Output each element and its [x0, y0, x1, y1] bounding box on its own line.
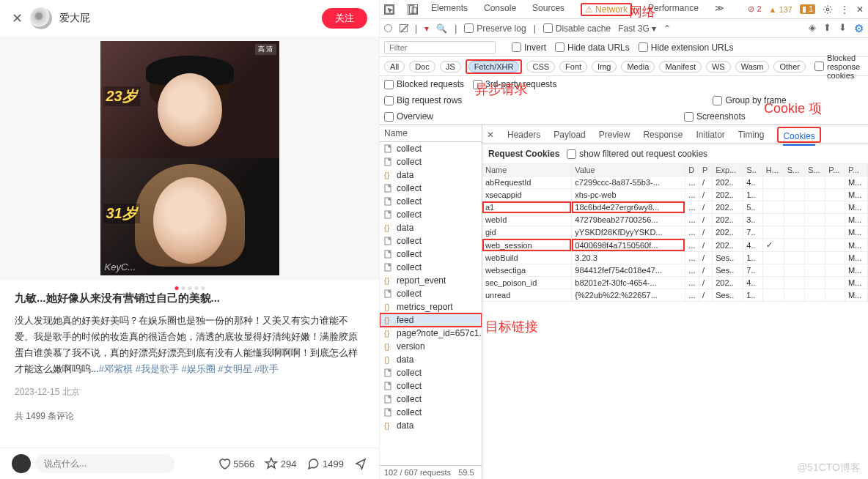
clear-icon[interactable]: [400, 24, 408, 32]
follow-button[interactable]: 关注: [322, 8, 367, 29]
tab-cookies[interactable]: Cookies: [783, 131, 814, 146]
request-row[interactable]: collect: [380, 406, 482, 419]
request-row[interactable]: {}page?note_id=657c1...: [380, 327, 482, 340]
screenshots-checkbox[interactable]: Screenshots: [684, 111, 746, 122]
chip-img[interactable]: Img: [592, 61, 617, 73]
preserve-log-checkbox[interactable]: Preserve log: [464, 23, 526, 34]
tab-elements[interactable]: Elements: [431, 3, 468, 16]
error-badge[interactable]: ⊘ 2: [748, 4, 761, 14]
chip-all[interactable]: All: [384, 61, 405, 73]
cookie-row[interactable]: webBuild3.20.3.../Ses..1..M...: [482, 252, 868, 264]
close-icon[interactable]: ✕: [12, 10, 23, 26]
chip-doc[interactable]: Doc: [409, 61, 435, 73]
tab-initiator[interactable]: Initiator: [696, 130, 724, 140]
request-row[interactable]: {}data: [380, 353, 482, 366]
tab-headers[interactable]: Headers: [507, 130, 540, 140]
tab-response[interactable]: Response: [643, 130, 683, 140]
show-filtered-checkbox[interactable]: show filtered out request cookies: [567, 149, 707, 159]
cookie-row[interactable]: web_session0400698f4a7150560f....../202.…: [482, 239, 868, 252]
carousel-dots[interactable]: [174, 286, 205, 290]
request-row[interactable]: collect: [380, 182, 482, 195]
upload-icon[interactable]: ⬆: [823, 22, 831, 35]
disable-cache-checkbox[interactable]: Disable cache: [543, 23, 611, 34]
star-button[interactable]: 294: [265, 457, 296, 470]
info-badge[interactable]: ▮ 1: [800, 4, 815, 14]
image-carousel[interactable]: 23岁高 清 31岁KeyC...: [0, 37, 379, 280]
device-icon[interactable]: [408, 4, 418, 15]
gear-icon[interactable]: [823, 4, 833, 15]
cookies-table[interactable]: NameValueDPExp...S..H...S...S...P...P...…: [482, 164, 868, 479]
request-row[interactable]: collect: [380, 142, 482, 155]
cookie-row[interactable]: unread{%22ub%22:%22657....../Ses..1..M..…: [482, 289, 868, 302]
request-row[interactable]: collect: [380, 393, 482, 406]
request-row[interactable]: collect: [380, 379, 482, 393]
request-row[interactable]: {}version: [380, 340, 482, 353]
request-row[interactable]: collect: [380, 366, 482, 379]
request-row[interactable]: collect: [380, 248, 482, 261]
filter-icon[interactable]: ▾: [424, 23, 429, 34]
request-list[interactable]: collectcollect{}datacollectcollectcollec…: [380, 142, 482, 465]
request-row[interactable]: collect: [380, 208, 482, 221]
chip-font[interactable]: Font: [559, 61, 587, 73]
request-row[interactable]: collect: [380, 287, 482, 300]
tab-timing[interactable]: Timing: [738, 130, 765, 140]
request-row[interactable]: {}data: [380, 419, 482, 432]
cookie-row[interactable]: a118c6bd4e27ergr6wy8....../202..5..M...: [482, 201, 868, 214]
devtools-close-icon[interactable]: ✕: [856, 4, 864, 15]
big-rows-checkbox[interactable]: Big request rows: [384, 95, 462, 105]
settings-gear-icon[interactable]: ⚙: [854, 22, 864, 35]
inspect-icon[interactable]: [384, 4, 394, 15]
request-row[interactable]: collect: [380, 155, 482, 168]
cookie-row[interactable]: webId47279beab27700256....../202..3..M..…: [482, 214, 868, 226]
avatar[interactable]: [30, 7, 52, 29]
request-row[interactable]: {}feed: [380, 313, 482, 327]
detail-close-icon[interactable]: ✕: [487, 130, 494, 140]
record-icon[interactable]: [384, 24, 392, 32]
chip-js[interactable]: JS: [440, 61, 461, 73]
chip-media[interactable]: Media: [621, 61, 655, 73]
chip-other[interactable]: Other: [773, 61, 806, 73]
invert-checkbox[interactable]: Invert: [512, 42, 546, 53]
filter-input[interactable]: [384, 41, 496, 54]
tab-console[interactable]: Console: [484, 3, 516, 16]
search-icon[interactable]: 🔍: [436, 23, 447, 34]
cookie-row[interactable]: gidyYSKDf28KfDyyYSKD....../202..7..M...: [482, 226, 868, 239]
request-row[interactable]: {}report_event: [380, 274, 482, 287]
cookie-row[interactable]: sec_poison_idb8201e2f-30fc-4654-....../2…: [482, 277, 868, 289]
share-icon[interactable]: [354, 457, 367, 470]
request-row[interactable]: {}data: [380, 221, 482, 234]
name-header[interactable]: Name: [380, 125, 482, 142]
tab-performance[interactable]: Performance: [648, 3, 699, 16]
overview-checkbox[interactable]: Overview: [384, 111, 433, 122]
throttle-select[interactable]: Fast 3G: [618, 23, 656, 34]
tab-sources[interactable]: Sources: [532, 3, 564, 16]
my-avatar[interactable]: [12, 454, 31, 473]
blocked-requests-checkbox[interactable]: Blocked requests: [384, 79, 464, 89]
third-party-checkbox[interactable]: 3rd-party requests: [473, 79, 556, 89]
request-row[interactable]: collect: [380, 261, 482, 274]
chip-ws[interactable]: WS: [706, 61, 731, 73]
request-row[interactable]: {}metrics_report: [380, 300, 482, 313]
like-button[interactable]: 5566: [218, 457, 255, 470]
chip-wasm[interactable]: Wasm: [735, 61, 770, 73]
comment-input[interactable]: [35, 454, 174, 473]
hide-urls-checkbox[interactable]: Hide data URLs: [555, 42, 630, 53]
cookie-row[interactable]: abRequestIdc7299ccc-8a87-55b3-....../202…: [482, 177, 868, 189]
tab-network[interactable]: ⚠ Network: [581, 3, 632, 16]
comment-button[interactable]: 1499: [306, 457, 344, 470]
download-icon[interactable]: ⬇: [839, 22, 847, 35]
tab-payload[interactable]: Payload: [553, 130, 585, 140]
hide-ext-checkbox[interactable]: Hide extension URLs: [639, 42, 734, 53]
kebab-icon[interactable]: ⋮: [840, 4, 849, 15]
cookie-row[interactable]: websectiga984412fef754c018e47....../Ses.…: [482, 264, 868, 277]
username[interactable]: 爱大屁: [59, 12, 90, 25]
chip-manifest[interactable]: Manifest: [659, 61, 702, 73]
wifi-icon[interactable]: ⌃: [663, 23, 671, 34]
chip-css[interactable]: CSS: [526, 61, 555, 73]
wifi-strength-icon[interactable]: ◈: [809, 22, 816, 35]
hashtags[interactable]: #邓紫棋 #我是歌手 #娱乐圈 #女明星 #歌手: [99, 363, 279, 374]
tab-preview[interactable]: Preview: [599, 130, 630, 140]
tab-more[interactable]: ≫: [715, 3, 724, 16]
request-row[interactable]: collect: [380, 234, 482, 248]
request-row[interactable]: collect: [380, 195, 482, 208]
